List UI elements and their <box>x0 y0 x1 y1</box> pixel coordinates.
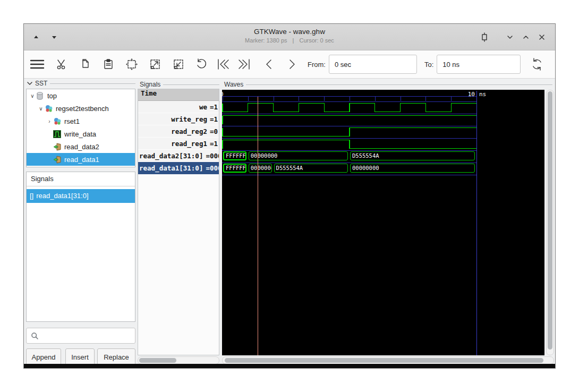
bus-segment: FFFFFF+ <box>223 151 246 160</box>
timescale-start-label: 0 <box>222 91 224 98</box>
maximize-button[interactable] <box>519 30 533 44</box>
bus-segment: D555554A <box>350 151 475 160</box>
search-icon <box>31 332 39 340</box>
tree-item-read_data1[interactable]: read_data1 <box>27 153 135 166</box>
wave-vscrollbar-thumb[interactable] <box>548 91 552 350</box>
to-input[interactable] <box>437 55 521 74</box>
expander-closed-icon[interactable]: › <box>46 118 53 124</box>
zoom-in-icon <box>149 58 161 71</box>
timescale-tick <box>350 96 350 101</box>
zoom-in-button[interactable] <box>147 56 163 72</box>
timescale-tick <box>401 96 401 101</box>
window-bottom-edge <box>24 364 555 368</box>
zoom-out-button[interactable] <box>171 56 186 72</box>
wave-trace-read_reg2 <box>222 126 476 138</box>
timescale-tick <box>451 96 452 101</box>
undo-button[interactable] <box>193 56 209 72</box>
time-end-line <box>476 91 477 355</box>
jump-to-end-button[interactable] <box>236 56 252 72</box>
prev-edge-button[interactable] <box>261 56 277 72</box>
next-edge-button[interactable] <box>284 56 300 72</box>
signal-row-read_reg2[interactable]: read_reg2=0 <box>138 125 219 138</box>
port-icon <box>53 155 62 164</box>
titlebar[interactable]: GTKWave - wave.ghw Marker: 1380 ps|Curso… <box>24 24 555 50</box>
timescale-tick <box>299 96 299 101</box>
database-icon <box>36 91 45 100</box>
toolbar: From: To: <box>24 50 555 79</box>
tree-item-write_data[interactable]: write_data <box>27 127 135 140</box>
bus-segment: 00000000 <box>249 151 348 160</box>
marker-status: Marker: 1380 ps <box>245 37 287 44</box>
signal-row-read_data1[interactable]: read_data1[31:0]=00000000 <box>138 162 219 174</box>
chevron-up-icon <box>522 33 530 41</box>
shade-up-button[interactable] <box>29 30 43 44</box>
tree-item-top[interactable]: ∨ top <box>27 89 135 102</box>
port-icon <box>53 142 62 151</box>
signal-search-input[interactable] <box>26 328 135 344</box>
from-input[interactable] <box>329 55 417 74</box>
signal-panel-hscrollbar-thumb[interactable] <box>139 358 176 363</box>
signal-row-read_reg1[interactable]: read_reg1=1 <box>138 138 219 150</box>
zoom-fit-button[interactable] <box>124 56 140 72</box>
undo-icon <box>194 58 207 71</box>
hamburger-menu-icon <box>30 59 45 70</box>
minimize-button[interactable] <box>503 30 517 44</box>
signal-names-panel: Time we=1 write_reg=1 read_reg2=0 read_r… <box>138 89 219 355</box>
cursor-status: Cursor: 0 sec <box>299 37 334 44</box>
tree-item-read_data2[interactable]: read_data2 <box>27 140 135 153</box>
signal-row-write_reg[interactable]: write_reg=1 <box>138 113 219 125</box>
chevron-left-icon <box>264 58 274 71</box>
signal-row-we[interactable]: we=1 <box>138 101 219 113</box>
signals-frame-label: Signals <box>140 81 219 88</box>
subtitle-separator: | <box>293 37 294 44</box>
sst-frame-label: SST <box>27 80 135 87</box>
chevron-down-icon <box>506 33 514 41</box>
expander-open-icon[interactable]: ∨ <box>29 93 36 99</box>
timescale-end-label: 10 <box>462 91 475 98</box>
timescale-tick <box>425 96 426 101</box>
reload-button[interactable] <box>529 56 545 72</box>
wave-trace-read_reg1 <box>222 138 476 150</box>
triangle-down-icon <box>52 36 56 39</box>
timescale-tick <box>274 96 274 101</box>
skip-to-start-icon <box>216 58 230 71</box>
expander-open-icon[interactable]: ∨ <box>37 106 45 112</box>
bus-segment: 000000+ <box>249 164 272 173</box>
timescale-tick <box>248 96 249 101</box>
close-button[interactable] <box>535 30 549 44</box>
module-icon <box>45 104 54 113</box>
timescale-tick <box>375 96 376 101</box>
jump-to-start-button[interactable] <box>215 56 231 72</box>
wave-row-separator <box>222 175 476 175</box>
copy-button[interactable] <box>77 56 93 72</box>
copy-icon <box>79 58 91 70</box>
wave-canvas[interactable]: 010nsFFFFFF+00000000D555554AFFFFFF+00000… <box>222 90 544 355</box>
restore-icon <box>480 32 489 42</box>
desktop: GTKWave - wave.ghw Marker: 1380 ps|Curso… <box>0 0 579 392</box>
signal-row-read_data2[interactable]: read_data2[31:0]=00000000 <box>138 150 219 162</box>
waves-frame-label: Waves <box>224 81 552 88</box>
wave-vscrollbar[interactable] <box>546 90 554 355</box>
restore-button[interactable] <box>478 30 491 44</box>
reload-icon <box>531 58 543 71</box>
wave-hscrollbar-thumb[interactable] <box>225 358 543 363</box>
marker-line[interactable] <box>258 97 258 355</box>
bus-segment: 00000000 <box>350 164 475 173</box>
wave-hscrollbar[interactable] <box>222 356 554 364</box>
cut-button[interactable] <box>54 56 70 72</box>
zoom-out-icon <box>172 58 185 71</box>
window-title: GTKWave - wave.ghw <box>24 28 555 36</box>
shade-down-button[interactable] <box>47 30 61 44</box>
signal-panel-hscrollbar[interactable] <box>138 356 219 364</box>
tree-item-regset2testbench[interactable]: ∨ regset2testbench <box>27 102 135 115</box>
tree-item-rset1[interactable]: › rset1 <box>27 115 135 127</box>
chevron-right-icon <box>287 58 297 71</box>
scissors-icon <box>56 58 67 70</box>
signals-list-item[interactable]: [] read_data1[31:0] <box>27 189 135 203</box>
menu-button[interactable] <box>29 56 45 72</box>
collapse-chevron-icon <box>27 81 32 86</box>
sst-tree: ∨ top ∨ regset2testbench › rset1 write_d… <box>26 89 135 167</box>
signals-list-header: Signals <box>27 172 135 186</box>
wave-row-separator <box>222 163 476 163</box>
paste-button[interactable] <box>100 56 116 72</box>
